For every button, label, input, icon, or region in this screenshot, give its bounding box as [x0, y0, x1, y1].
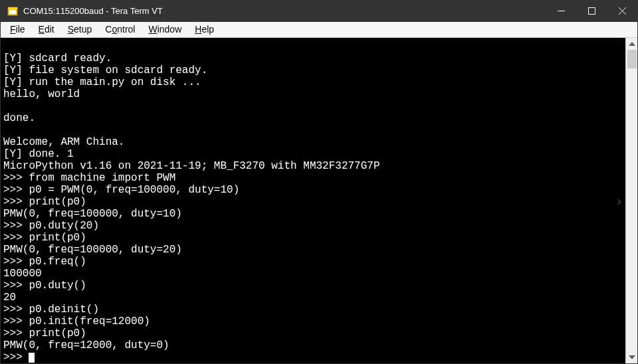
svg-rect-1: [8, 7, 17, 9]
terminal-line: MicroPython v1.16 on 2021-11-19; MB_F327…: [3, 160, 625, 172]
terminal-output[interactable]: [Y] sdcard ready.[Y] file system on sdca…: [1, 38, 625, 363]
terminal-line: [Y] done. 1: [3, 148, 625, 160]
svg-rect-2: [9, 10, 16, 14]
terminal-line: >>> p0.duty(20): [3, 220, 625, 232]
terminal-line: [Y] run the main.py on disk ...: [3, 76, 625, 88]
scroll-track[interactable]: [626, 50, 637, 351]
scroll-thumb[interactable]: [627, 50, 637, 68]
scroll-down-arrow-icon[interactable]: [626, 351, 637, 363]
terminal-line: hello, world: [3, 88, 625, 100]
terminal-line: [3, 100, 625, 112]
terminal-line: >>> from machine import PWM: [3, 172, 625, 184]
terminal-line: PMW(0, freq=12000, duty=0): [3, 339, 625, 351]
terminal-line: >>> print(p0): [3, 196, 625, 208]
minimize-button[interactable]: [546, 1, 576, 22]
menu-window[interactable]: Window: [142, 23, 188, 36]
terminal-cursor: [29, 353, 35, 363]
window-controls: [546, 1, 637, 22]
titlebar[interactable]: COM15:115200baud - Tera Term VT: [1, 1, 637, 22]
menu-file[interactable]: File: [3, 23, 32, 36]
menu-control[interactable]: Control: [98, 23, 142, 36]
close-button[interactable]: [607, 1, 637, 22]
content-area: [Y] sdcard ready.[Y] file system on sdca…: [1, 38, 637, 363]
maximize-button[interactable]: [576, 1, 607, 22]
terminal-line: 100000: [3, 268, 625, 280]
terminal-prompt-line: >>>: [3, 351, 625, 363]
terminal-line: [Y] sdcard ready.: [3, 52, 625, 64]
terminal-line: Welcome, ARM China.: [3, 136, 625, 148]
window-title: COM15:115200baud - Tera Term VT: [23, 6, 546, 16]
terminal-line: [3, 41, 625, 52]
terminal-line: >>> p0.deinit(): [3, 304, 625, 316]
terminal-line: >>> p0.freq(): [3, 256, 625, 268]
terminal-line: >>> p0.duty(): [3, 280, 625, 292]
app-icon: [7, 6, 18, 17]
menu-help[interactable]: Help: [188, 23, 221, 36]
terminal-line: 20: [3, 292, 625, 304]
terminal-line: >>> p0.init(freq=12000): [3, 316, 625, 327]
terminal-line: >>> print(p0): [3, 327, 625, 339]
svg-rect-4: [588, 8, 595, 15]
terminal-line: PMW(0, freq=100000, duty=10): [3, 208, 625, 220]
terminal-line: PMW(0, freq=100000, duty=20): [3, 244, 625, 256]
scroll-up-arrow-icon[interactable]: [626, 38, 637, 50]
menubar: File Edit Setup Control Window Help: [1, 22, 637, 38]
terminal-line: done.: [3, 112, 625, 124]
vertical-scrollbar[interactable]: [625, 38, 637, 363]
menu-setup[interactable]: Setup: [61, 23, 99, 36]
terminal-line: >>> print(p0): [3, 232, 625, 244]
terminal-window: COM15:115200baud - Tera Term VT File Edi…: [0, 0, 638, 364]
terminal-line: >>> p0 = PWM(0, freq=100000, duty=10): [3, 184, 625, 196]
menu-edit[interactable]: Edit: [32, 23, 61, 36]
terminal-line: [Y] file system on sdcard ready.: [3, 64, 625, 76]
terminal-line: [3, 124, 625, 136]
